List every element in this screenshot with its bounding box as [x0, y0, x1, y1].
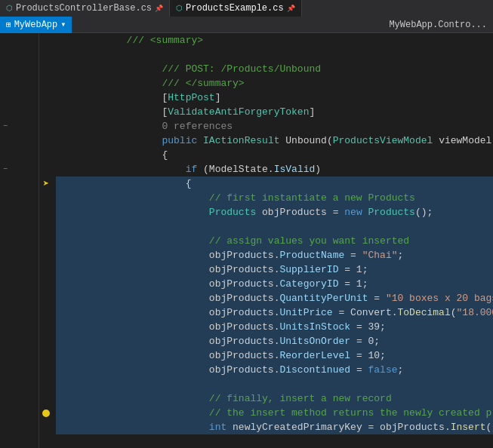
- current-line-arrow: ➤: [39, 176, 53, 191]
- code-line: /// <summary>: [56, 33, 493, 48]
- code-line-highlighted: // finally, insert a new record: [56, 377, 493, 391]
- nav-bar: ⊞ MyWebApp ▾ MyWebApp.Contro...: [0, 17, 493, 33]
- tab-pin-controller: 📌: [155, 5, 163, 13]
- tab-label-example: ProductsExample.cs: [186, 3, 284, 14]
- tab-pin-example: 📌: [287, 5, 295, 13]
- controller-breadcrumb: MyWebApp.Contro...: [72, 20, 493, 30]
- project-icon: ⊞: [6, 20, 11, 29]
- code-line: return RedirectToAction("/Home");: [56, 434, 493, 448]
- code-content: /// <summary> /// POST: /Products/Unboun…: [53, 33, 493, 448]
- project-label: MyWebApp: [14, 20, 58, 30]
- tab-label-controller: ProductsControllerBase.cs: [16, 3, 152, 14]
- tab-products-controller[interactable]: ⬡ ProductsControllerBase.cs 📌: [0, 0, 170, 17]
- dropdown-icon: ▾: [60, 19, 66, 30]
- tab-products-example[interactable]: ⬡ ProductsExample.cs 📌: [170, 0, 302, 17]
- editor: − − ➤ /// <summary> /// POST: /Products/…: [0, 33, 493, 448]
- code-line-highlighted: // assign values you want inserted: [56, 219, 493, 234]
- fold-icon-method[interactable]: −: [0, 119, 11, 133]
- project-selector[interactable]: ⊞ MyWebApp ▾: [0, 17, 72, 33]
- controller-label: MyWebApp.Contro...: [389, 20, 487, 30]
- indicator-gutter: ➤: [39, 33, 53, 448]
- tab-icon-controller: ⬡: [6, 4, 13, 13]
- title-bar: ⬡ ProductsControllerBase.cs 📌 ⬡ Products…: [0, 0, 493, 17]
- breakpoint-indicator: [39, 406, 53, 420]
- fold-icon-if[interactable]: −: [0, 162, 11, 176]
- fold-margin: − −: [0, 33, 11, 448]
- line-numbers: [11, 33, 39, 448]
- tab-icon-example: ⬡: [176, 4, 183, 13]
- code-line: /// POST: /Products/Unbound: [56, 48, 493, 62]
